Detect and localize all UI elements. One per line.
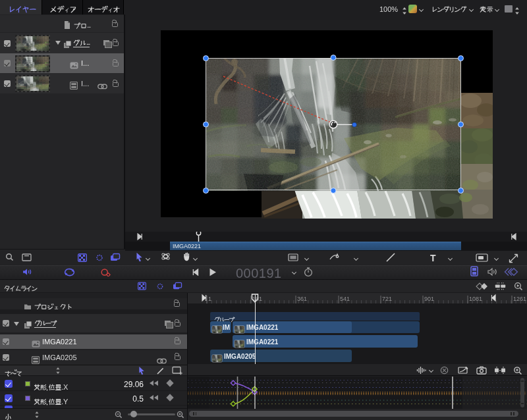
svg-text:361: 361 <box>297 296 307 302</box>
svg-text:1081: 1081 <box>469 296 482 302</box>
svg-text:1261: 1261 <box>513 296 526 302</box>
svg-text:541: 541 <box>340 296 350 302</box>
svg-text:901: 901 <box>424 296 434 302</box>
svg-text:721: 721 <box>382 296 392 302</box>
svg-text:1: 1 <box>208 296 211 302</box>
